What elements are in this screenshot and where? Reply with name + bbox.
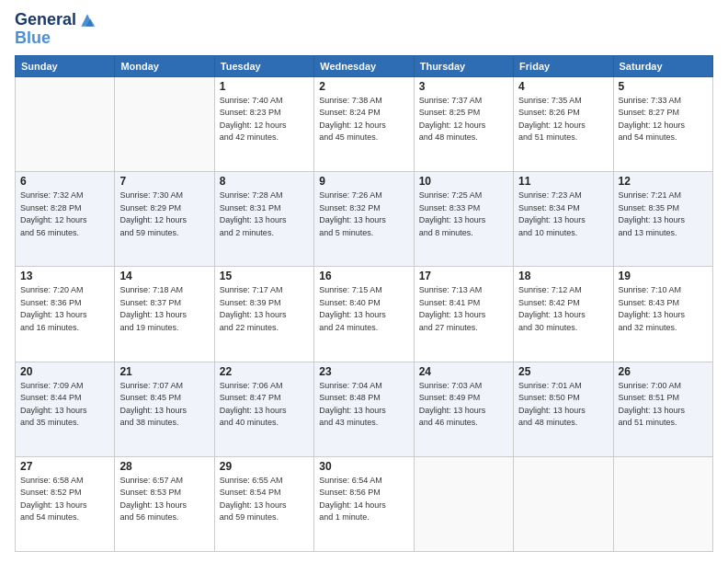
day-info: Sunrise: 7:38 AM Sunset: 8:24 PM Dayligh… [319, 95, 408, 144]
day-info: Sunrise: 7:20 AM Sunset: 8:36 PM Dayligh… [20, 284, 109, 334]
day-number: 21 [119, 365, 209, 378]
logo-text-blue: Blue [15, 29, 51, 47]
calendar-cell: 27Sunrise: 6:58 AM Sunset: 8:52 PM Dayli… [16, 456, 115, 551]
day-number: 18 [518, 270, 608, 282]
calendar-cell: 17Sunrise: 7:13 AM Sunset: 8:41 PM Dayli… [414, 267, 513, 362]
calendar-cell: 18Sunrise: 7:12 AM Sunset: 8:42 PM Dayli… [514, 267, 613, 362]
day-info: Sunrise: 7:37 AM Sunset: 8:25 PM Dayligh… [419, 95, 508, 144]
day-info: Sunrise: 6:58 AM Sunset: 8:52 PM Dayligh… [20, 475, 109, 524]
day-info: Sunrise: 7:25 AM Sunset: 8:33 PM Dayligh… [419, 190, 508, 239]
calendar-cell: 30Sunrise: 6:54 AM Sunset: 8:56 PM Dayli… [314, 456, 414, 551]
week-row-5: 27Sunrise: 6:58 AM Sunset: 8:52 PM Dayli… [16, 456, 713, 551]
calendar-table: SundayMondayTuesdayWednesdayThursdayFrid… [15, 55, 713, 552]
day-info: Sunrise: 7:03 AM Sunset: 8:49 PM Dayligh… [419, 380, 508, 430]
day-number: 5 [619, 80, 708, 93]
day-number: 23 [319, 365, 408, 378]
calendar-cell: 12Sunrise: 7:21 AM Sunset: 8:35 PM Dayli… [613, 172, 712, 267]
weekday-header-thursday: Thursday [414, 55, 513, 76]
calendar-cell: 22Sunrise: 7:06 AM Sunset: 8:47 PM Dayli… [214, 362, 313, 456]
day-info: Sunrise: 7:15 AM Sunset: 8:40 PM Dayligh… [319, 284, 408, 334]
day-info: Sunrise: 7:09 AM Sunset: 8:44 PM Dayligh… [20, 380, 109, 430]
day-info: Sunrise: 7:12 AM Sunset: 8:42 PM Dayligh… [518, 284, 608, 334]
day-number: 2 [319, 80, 408, 93]
weekday-header-wednesday: Wednesday [314, 55, 414, 76]
day-info: Sunrise: 7:32 AM Sunset: 8:28 PM Dayligh… [20, 190, 109, 239]
day-number: 8 [220, 175, 309, 188]
day-info: Sunrise: 7:33 AM Sunset: 8:27 PM Dayligh… [619, 95, 708, 144]
day-number: 4 [518, 80, 608, 93]
calendar-cell: 28Sunrise: 6:57 AM Sunset: 8:53 PM Dayli… [115, 456, 214, 551]
day-number: 9 [319, 175, 408, 188]
week-row-1: 1Sunrise: 7:40 AM Sunset: 8:23 PM Daylig… [16, 76, 713, 171]
day-number: 25 [518, 365, 608, 378]
calendar-cell: 4Sunrise: 7:35 AM Sunset: 8:26 PM Daylig… [514, 76, 613, 171]
day-number: 24 [419, 365, 508, 378]
calendar-cell: 9Sunrise: 7:26 AM Sunset: 8:32 PM Daylig… [314, 172, 414, 267]
day-info: Sunrise: 6:55 AM Sunset: 8:54 PM Dayligh… [220, 475, 309, 524]
calendar-cell: 14Sunrise: 7:18 AM Sunset: 8:37 PM Dayli… [115, 267, 214, 362]
page: General Blue SundayMondayTuesdayWednesda… [0, 0, 728, 563]
day-info: Sunrise: 7:01 AM Sunset: 8:50 PM Dayligh… [518, 380, 608, 430]
week-row-2: 6Sunrise: 7:32 AM Sunset: 8:28 PM Daylig… [16, 172, 713, 267]
day-info: Sunrise: 7:23 AM Sunset: 8:34 PM Dayligh… [518, 190, 608, 239]
day-number: 12 [619, 175, 708, 188]
calendar-cell: 7Sunrise: 7:30 AM Sunset: 8:29 PM Daylig… [115, 172, 214, 267]
week-row-3: 13Sunrise: 7:20 AM Sunset: 8:36 PM Dayli… [16, 267, 713, 362]
calendar-cell: 2Sunrise: 7:38 AM Sunset: 8:24 PM Daylig… [314, 76, 414, 171]
day-info: Sunrise: 7:35 AM Sunset: 8:26 PM Dayligh… [518, 95, 608, 144]
day-info: Sunrise: 7:07 AM Sunset: 8:45 PM Dayligh… [119, 380, 209, 430]
weekday-header-tuesday: Tuesday [214, 55, 313, 76]
day-number: 10 [419, 175, 508, 188]
day-info: Sunrise: 6:54 AM Sunset: 8:56 PM Dayligh… [319, 475, 408, 524]
weekday-header-sunday: Sunday [16, 55, 115, 76]
day-info: Sunrise: 7:30 AM Sunset: 8:29 PM Dayligh… [119, 190, 209, 239]
calendar-cell: 23Sunrise: 7:04 AM Sunset: 8:48 PM Dayli… [314, 362, 414, 456]
day-number: 26 [619, 365, 708, 378]
day-number: 1 [220, 80, 309, 93]
logo-text: General [15, 11, 76, 29]
calendar-cell: 1Sunrise: 7:40 AM Sunset: 8:23 PM Daylig… [214, 76, 313, 171]
calendar-cell: 29Sunrise: 6:55 AM Sunset: 8:54 PM Dayli… [214, 456, 313, 551]
calendar-cell: 6Sunrise: 7:32 AM Sunset: 8:28 PM Daylig… [16, 172, 115, 267]
day-number: 13 [20, 270, 109, 282]
day-number: 6 [20, 175, 109, 188]
calendar-cell: 26Sunrise: 7:00 AM Sunset: 8:51 PM Dayli… [613, 362, 712, 456]
day-info: Sunrise: 7:04 AM Sunset: 8:48 PM Dayligh… [319, 380, 408, 430]
weekday-header-row: SundayMondayTuesdayWednesdayThursdayFrid… [16, 55, 713, 76]
calendar-cell: 11Sunrise: 7:23 AM Sunset: 8:34 PM Dayli… [514, 172, 613, 267]
day-info: Sunrise: 6:57 AM Sunset: 8:53 PM Dayligh… [119, 475, 209, 524]
calendar-cell: 24Sunrise: 7:03 AM Sunset: 8:49 PM Dayli… [414, 362, 513, 456]
calendar-cell [514, 456, 613, 551]
week-row-4: 20Sunrise: 7:09 AM Sunset: 8:44 PM Dayli… [16, 362, 713, 456]
day-number: 17 [419, 270, 508, 282]
header: General Blue [15, 11, 713, 48]
day-info: Sunrise: 7:18 AM Sunset: 8:37 PM Dayligh… [119, 284, 209, 334]
calendar-cell: 20Sunrise: 7:09 AM Sunset: 8:44 PM Dayli… [16, 362, 115, 456]
calendar-cell: 19Sunrise: 7:10 AM Sunset: 8:43 PM Dayli… [613, 267, 712, 362]
weekday-header-monday: Monday [115, 55, 214, 76]
calendar-cell [16, 76, 115, 171]
calendar-cell: 16Sunrise: 7:15 AM Sunset: 8:40 PM Dayli… [314, 267, 414, 362]
day-number: 16 [319, 270, 408, 282]
day-number: 29 [220, 460, 309, 473]
day-number: 3 [419, 80, 508, 93]
weekday-header-friday: Friday [514, 55, 613, 76]
calendar-cell: 5Sunrise: 7:33 AM Sunset: 8:27 PM Daylig… [613, 76, 712, 171]
day-info: Sunrise: 7:00 AM Sunset: 8:51 PM Dayligh… [619, 380, 708, 430]
logo-icon [78, 11, 97, 29]
day-info: Sunrise: 7:10 AM Sunset: 8:43 PM Dayligh… [619, 284, 708, 334]
day-number: 30 [319, 460, 408, 473]
day-number: 28 [119, 460, 209, 473]
calendar-cell: 10Sunrise: 7:25 AM Sunset: 8:33 PM Dayli… [414, 172, 513, 267]
logo: General Blue [15, 11, 97, 48]
weekday-header-saturday: Saturday [613, 55, 712, 76]
calendar-cell [613, 456, 712, 551]
calendar-cell: 15Sunrise: 7:17 AM Sunset: 8:39 PM Dayli… [214, 267, 313, 362]
calendar-cell: 13Sunrise: 7:20 AM Sunset: 8:36 PM Dayli… [16, 267, 115, 362]
calendar-cell [115, 76, 214, 171]
day-number: 11 [518, 175, 608, 188]
day-number: 7 [119, 175, 209, 188]
calendar-cell: 8Sunrise: 7:28 AM Sunset: 8:31 PM Daylig… [214, 172, 313, 267]
day-number: 20 [20, 365, 109, 378]
day-info: Sunrise: 7:40 AM Sunset: 8:23 PM Dayligh… [220, 95, 309, 144]
